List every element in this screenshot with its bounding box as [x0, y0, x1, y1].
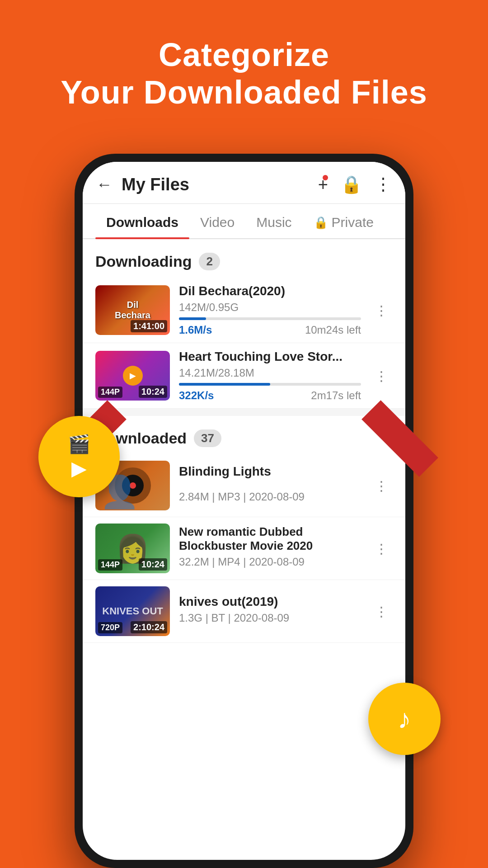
phone-screen: ← My Files + 🔒 ⋮ Downloads Video — [83, 162, 405, 860]
private-lock-icon: 🔒 — [314, 216, 328, 230]
progress-stats-dil: 1.6M/s 10m24s left — [179, 324, 361, 336]
quality-knives: 720P — [98, 622, 122, 633]
file-meta-romantic: 32.2M | MP4 | 2020-08-09 — [179, 556, 361, 568]
tab-music[interactable]: Music — [245, 204, 302, 238]
downloading-item-1[interactable]: DilBechara 1:41:00 Dil Bechara(2020) 142… — [83, 278, 405, 343]
duration-romantic: 10:24 — [139, 558, 167, 571]
scroll-area: Downloading 2 DilBechara 1:41:00 Dil Bec… — [83, 239, 405, 860]
downloading-count: 2 — [199, 253, 220, 270]
file-size-dil: 142M/0.95G — [179, 301, 361, 314]
knives-thumb-text: KNIVES OUT — [99, 605, 166, 617]
time-left-dil: 10m24s left — [305, 324, 361, 336]
play-circle-heart: ▶ — [123, 366, 143, 386]
thumb-dil-text: DilBechara — [99, 300, 166, 321]
play-icon: ▶ — [71, 457, 87, 480]
thumbnail-knives: KNIVES OUT 720P 2:10:24 — [95, 586, 170, 636]
music-note-icon: ♪ — [398, 703, 411, 735]
file-info-romantic: New romantic Dubbed Blockbuster Movie 20… — [179, 525, 361, 572]
file-meta-blinding: 2.84M | MP3 | 2020-08-09 — [179, 491, 361, 503]
tab-bar: Downloads Video Music 🔒 Private — [83, 204, 405, 239]
lock-button[interactable]: 🔒 — [341, 175, 362, 194]
page-title: My Files — [122, 175, 318, 194]
section-divider — [83, 409, 405, 416]
app-bar: ← My Files + 🔒 ⋮ — [83, 162, 405, 204]
phone-frame: 🎬 ▶ ♪ ← My Files + 🔒 ⋮ — [75, 154, 413, 868]
more-button[interactable]: ⋮ — [375, 175, 392, 194]
quality-romantic: 144P — [98, 559, 122, 571]
thumbnail-heart: ▶ 144P 10:24 — [95, 351, 170, 401]
progress-bar-heart — [179, 383, 361, 386]
file-info-knives: knives out(2019) 1.3G | BT | 2020-08-09 — [179, 594, 361, 628]
tab-music-label: Music — [256, 215, 291, 230]
add-button[interactable]: + — [318, 175, 328, 194]
downloaded-item-romantic[interactable]: 👩 144P 10:24 New romantic Dubbed Blockbu… — [83, 517, 405, 580]
downloading-section-header: Downloading 2 — [83, 239, 405, 278]
downloaded-section-header: Downloaded 37 — [83, 416, 405, 454]
progress-fill-heart — [179, 383, 270, 386]
more-options-knives[interactable]: ⋮ — [370, 599, 393, 624]
duration-heart: 10:24 — [139, 386, 167, 398]
more-options-heart[interactable]: ⋮ — [370, 363, 393, 388]
tab-video[interactable]: Video — [189, 204, 245, 238]
file-meta-knives: 1.3G | BT | 2020-08-09 — [179, 612, 361, 624]
hero-line2: Your Downloaded Files — [61, 74, 427, 110]
tab-downloads-label: Downloads — [106, 215, 178, 230]
progress-fill-dil — [179, 317, 206, 320]
downloading-item-2[interactable]: ▶ 144P 10:24 Heart Touching Love Stor...… — [83, 343, 405, 409]
file-info-heart: Heart Touching Love Stor... 14.21M/28.18… — [179, 349, 361, 402]
notification-dot — [323, 175, 328, 180]
file-name-dil: Dil Bechara(2020) — [179, 284, 361, 298]
downloaded-item-blinding[interactable]: 👤 Blinding Lights 2.84M | MP3 | 2020-08-… — [83, 454, 405, 517]
file-info-blinding: Blinding Lights 2.84M | MP3 | 2020-08-09 — [179, 464, 361, 507]
thumbnail-romantic: 👩 144P 10:24 — [95, 524, 170, 573]
thumbnail-dil-bechara: DilBechara 1:41:00 — [95, 285, 170, 335]
file-size-heart: 14.21M/28.18M — [179, 367, 361, 379]
file-name-knives: knives out(2019) — [179, 594, 361, 609]
more-options-blinding[interactable]: ⋮ — [370, 473, 393, 498]
file-name-romantic: New romantic Dubbed Blockbuster Movie 20… — [179, 525, 361, 553]
file-name-heart: Heart Touching Love Stor... — [179, 349, 361, 364]
app-bar-actions: + 🔒 ⋮ — [318, 175, 392, 194]
hero-line1: Categorize — [159, 37, 329, 73]
tab-downloads[interactable]: Downloads — [95, 204, 189, 238]
back-button[interactable]: ← — [96, 175, 113, 194]
duration-dil: 1:41:00 — [131, 320, 167, 332]
tab-video-label: Video — [200, 215, 235, 230]
float-video-button[interactable]: 🎬 ▶ — [38, 416, 120, 497]
downloaded-item-knives[interactable]: KNIVES OUT 720P 2:10:24 knives out(2019)… — [83, 580, 405, 643]
float-music-button[interactable]: ♪ — [368, 683, 441, 755]
duration-knives: 2:10:24 — [131, 621, 167, 633]
downloading-title: Downloading — [95, 253, 192, 270]
quality-heart: 144P — [98, 387, 122, 398]
speed-heart: 322K/s — [179, 389, 214, 402]
phone-body: ← My Files + 🔒 ⋮ Downloads Video — [75, 154, 413, 868]
hero-heading: Categorize Your Downloaded Files — [0, 0, 488, 111]
time-left-heart: 2m17s left — [311, 389, 361, 402]
tab-private-label: Private — [332, 215, 374, 230]
more-options-romantic[interactable]: ⋮ — [370, 536, 393, 561]
tab-private[interactable]: 🔒 Private — [303, 204, 385, 238]
film-icon: 🎬 — [68, 434, 90, 455]
file-name-blinding: Blinding Lights — [179, 464, 361, 479]
file-info-dil: Dil Bechara(2020) 142M/0.95G 1.6M/s 10m2… — [179, 284, 361, 336]
progress-bar-dil — [179, 317, 361, 320]
speed-dil: 1.6M/s — [179, 324, 212, 336]
downloaded-count: 37 — [194, 429, 221, 447]
more-options-dil[interactable]: ⋮ — [370, 298, 393, 323]
progress-stats-heart: 322K/s 2m17s left — [179, 389, 361, 402]
